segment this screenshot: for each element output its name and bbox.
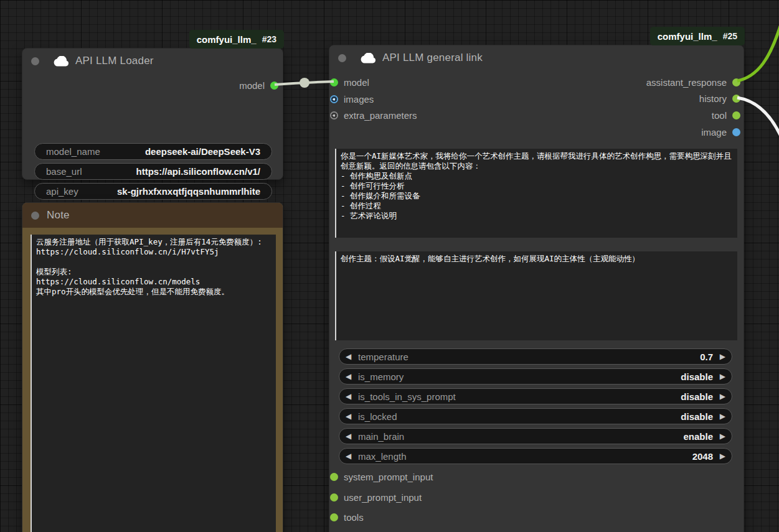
link-model-wire[interactable]	[275, 82, 334, 85]
widget-is-memory[interactable]: ◀ is_memory disable ▶	[339, 368, 732, 385]
input-images[interactable]: images	[330, 91, 374, 107]
increment-arrow-icon[interactable]: ▶	[713, 392, 725, 401]
decrement-arrow-icon[interactable]: ◀	[346, 432, 358, 441]
node-header[interactable]: Note	[22, 203, 283, 228]
output-label: assistant_response	[646, 77, 727, 88]
user-prompt-textarea[interactable]: 创作主题：假设AI觉醒，能够自主进行艺术创作，如何展现AI的主体性（主观能动性）	[335, 251, 737, 340]
input-model[interactable]: model	[330, 74, 369, 90]
increment-arrow-icon[interactable]: ▶	[713, 432, 725, 441]
output-image[interactable]: image	[701, 124, 740, 140]
decrement-arrow-icon[interactable]: ◀	[346, 352, 358, 361]
input-label: system_prompt_input	[344, 472, 433, 482]
collapse-dot-icon[interactable]	[338, 54, 346, 62]
output-port-tool-icon[interactable]	[732, 111, 740, 119]
increment-arrow-icon[interactable]: ▶	[713, 372, 725, 381]
link-model-midpoint-dot[interactable]	[300, 78, 309, 88]
node-badge: comfyui_llm_ #25	[650, 27, 745, 45]
decrement-arrow-icon[interactable]: ◀	[346, 412, 358, 421]
node-header[interactable]: API LLM general link	[329, 45, 744, 70]
widget-max-length[interactable]: ◀ max_length 2048 ▶	[339, 448, 732, 464]
output-history[interactable]: history	[699, 90, 740, 106]
widget-label: base_url	[41, 166, 136, 177]
increment-arrow-icon[interactable]: ▶	[713, 452, 725, 460]
output-label: image	[701, 127, 727, 138]
widget-value: 2048	[692, 451, 713, 462]
input-port-user-prompt-input-icon[interactable]	[330, 493, 338, 502]
output-label: history	[699, 93, 727, 104]
input-label: extra_parameters	[344, 110, 417, 121]
cloud-icon	[360, 53, 376, 63]
widget-value: enable	[683, 431, 713, 442]
output-port-history-icon[interactable]	[732, 95, 740, 103]
node-badge: comfyui_llm_ #23	[189, 30, 284, 49]
widget-label: is_locked	[358, 411, 681, 422]
node-api-llm-loader[interactable]: comfyui_llm_ #23 API LLM Loader model mo…	[22, 48, 283, 180]
widget-temperature[interactable]: ◀ temperature 0.7 ▶	[339, 348, 732, 365]
node-api-llm-general-link[interactable]: comfyui_llm_ #25 API LLM general link mo…	[329, 45, 744, 532]
node-note[interactable]: Note 云服务注册地址（用于获取API_key，注册后有14元免费额度）: h…	[22, 202, 283, 532]
badge-node-id: #25	[723, 31, 737, 41]
widget-is-locked[interactable]: ◀ is_locked disable ▶	[339, 408, 732, 424]
input-port-images-icon[interactable]	[330, 95, 338, 103]
widget-value: disable	[681, 391, 713, 402]
badge-node-id: #23	[262, 34, 276, 44]
input-port-tools-icon[interactable]	[330, 513, 338, 521]
widget-api-key[interactable]: api_key sk-gjrhxfxnxqtfjqqsnhummrlhite	[34, 183, 272, 200]
widget-value: 0.7	[700, 352, 713, 362]
decrement-arrow-icon[interactable]: ◀	[346, 392, 358, 401]
input-label: images	[344, 94, 374, 105]
widget-label: temperature	[358, 352, 700, 362]
input-port-extra-parameters-icon[interactable]	[330, 111, 338, 119]
output-label: tool	[712, 110, 727, 121]
output-port-model-icon[interactable]	[270, 82, 278, 90]
system-prompt-textarea[interactable]: 你是一个AI新媒体艺术家，我将给你一个艺术创作主题，请根据帮我进行具体的艺术创作…	[335, 149, 737, 238]
input-port-system-prompt-input-icon[interactable]	[330, 473, 338, 481]
node-title: API LLM general link	[382, 52, 483, 64]
input-extra-parameters[interactable]: extra_parameters	[330, 107, 417, 123]
output-model-label: model	[239, 80, 265, 91]
widget-is-tools-in-sys-prompt[interactable]: ◀ is_tools_in_sys_prompt disable ▶	[339, 388, 732, 404]
widget-value: deepseek-ai/DeepSeek-V3	[145, 146, 265, 157]
badge-group-name: comfyui_llm_	[658, 31, 717, 42]
output-port-assistant-response-icon[interactable]	[732, 78, 740, 86]
input-system-prompt-input[interactable]: system_prompt_input	[330, 469, 433, 485]
input-label: tools	[344, 512, 364, 523]
widget-label: model_name	[41, 146, 145, 157]
collapse-dot-icon[interactable]	[31, 212, 39, 220]
input-label: model	[344, 77, 369, 88]
widget-base-url[interactable]: base_url https://api.siliconflow.cn/v1/	[34, 163, 272, 180]
collapse-dot-icon[interactable]	[31, 57, 39, 65]
input-tools[interactable]: tools	[330, 509, 364, 525]
output-tool[interactable]: tool	[712, 107, 740, 123]
widget-value: disable	[681, 411, 713, 422]
input-label: user_prompt_input	[344, 492, 422, 503]
badge-group-name: comfyui_llm_	[197, 34, 257, 45]
input-port-model-icon[interactable]	[330, 78, 338, 86]
cloud-icon	[53, 56, 69, 67]
increment-arrow-icon[interactable]: ▶	[713, 412, 725, 421]
widget-model-name[interactable]: model_name deepseek-ai/DeepSeek-V3	[34, 143, 272, 160]
widget-label: is_memory	[358, 371, 681, 382]
widget-value: sk-gjrhxfxnxqtfjqqsnhummrlhite	[117, 186, 265, 197]
node-title: Note	[47, 209, 70, 222]
widget-value: disable	[681, 371, 713, 382]
output-port-image-icon[interactable]	[732, 128, 740, 136]
widget-main-brain[interactable]: ◀ main_brain enable ▶	[339, 428, 732, 444]
widget-label: max_length	[358, 451, 692, 462]
output-model[interactable]: model	[239, 77, 278, 93]
decrement-arrow-icon[interactable]: ◀	[346, 372, 358, 381]
widget-value: https://api.siliconflow.cn/v1/	[136, 166, 265, 177]
widget-label: main_brain	[358, 431, 683, 442]
input-user-prompt-input[interactable]: user_prompt_input	[330, 489, 422, 505]
decrement-arrow-icon[interactable]: ◀	[346, 452, 358, 460]
note-text-area[interactable]: 云服务注册地址（用于获取API_key，注册后有14元免费额度）: https:…	[31, 235, 276, 532]
increment-arrow-icon[interactable]: ▶	[713, 352, 725, 361]
widget-label: api_key	[41, 186, 117, 197]
node-header[interactable]: API LLM Loader	[22, 49, 283, 73]
output-assistant-response[interactable]: assistant_response	[646, 74, 740, 90]
widget-label: is_tools_in_sys_prompt	[358, 391, 681, 402]
node-title: API LLM Loader	[75, 55, 154, 67]
